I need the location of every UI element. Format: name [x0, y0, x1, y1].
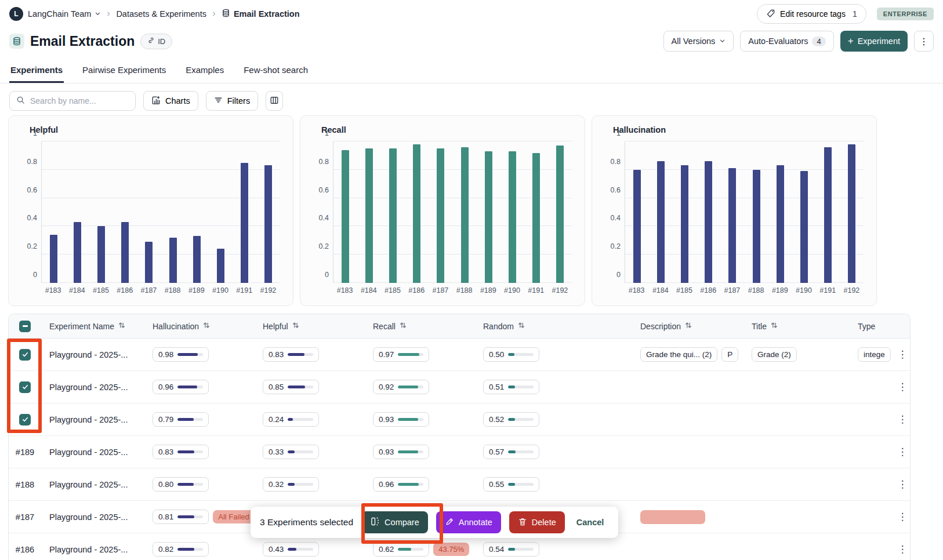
tab-few-shot-search[interactable]: Few-shot search [242, 59, 309, 83]
edit-resource-tags-button[interactable]: Edit resource tags 1 [757, 4, 866, 24]
experiment-name-cell[interactable]: Playground - 2025-... [41, 415, 153, 424]
chart-bar-185[interactable] [97, 226, 105, 283]
chart-bar-186[interactable] [413, 144, 420, 283]
metric-bar-fill [508, 450, 516, 453]
experiment-row[interactable]: #189Playground - 2025-...0.830.330.930.5… [9, 436, 910, 468]
chart-bar-189[interactable] [777, 165, 784, 283]
x-axis-tick-label: #190 [500, 286, 524, 294]
chart-bar-188[interactable] [169, 238, 177, 283]
row-menu-cell: ⋮ [894, 382, 911, 392]
experiment-row[interactable]: Playground - 2025-...0.790.240.930.52⋮ [9, 403, 910, 436]
experiment-row[interactable]: Playground - 2025-...0.980.830.970.50Gra… [9, 339, 910, 371]
chart-bar-192[interactable] [848, 144, 855, 283]
metric-chip: 0.51 [483, 380, 539, 394]
column-header-label[interactable]: Recall [373, 321, 407, 331]
column-header-label[interactable]: Hallucination [153, 321, 211, 331]
experiment-row[interactable]: Playground - 2025-...0.960.850.920.51⋮ [9, 371, 910, 403]
hallucination-cell: 0.81All Failed [153, 510, 263, 524]
chart-bar-192[interactable] [556, 146, 564, 283]
experiment-name-cell[interactable]: Playground - 2025-... [41, 480, 153, 489]
sort-icon[interactable] [292, 321, 300, 331]
breadcrumb-section[interactable]: Datasets & Experiments [116, 9, 206, 19]
column-header-label[interactable]: Description [640, 321, 692, 331]
bar-slot [816, 141, 840, 283]
chart-bar-189[interactable] [193, 236, 201, 283]
chart-bar-192[interactable] [264, 165, 272, 283]
search-input[interactable] [30, 96, 129, 106]
compare-button[interactable]: Compare [361, 511, 428, 533]
sort-icon[interactable] [118, 321, 126, 331]
row-menu-button[interactable]: ⋮ [898, 414, 908, 424]
chart-bar-189[interactable] [485, 151, 492, 283]
delete-button[interactable]: Delete [509, 511, 565, 533]
row-checkbox-checked[interactable] [19, 381, 31, 393]
sort-icon[interactable] [399, 321, 407, 331]
cancel-button[interactable]: Cancel [573, 518, 608, 527]
chart-bar-185[interactable] [681, 165, 688, 283]
chart-bar-190[interactable] [800, 171, 808, 283]
chart-bar-187[interactable] [145, 242, 153, 283]
chart-bar-191[interactable] [532, 153, 540, 283]
experiment-name-cell[interactable]: Playground - 2025-... [41, 350, 153, 359]
row-menu-button[interactable]: ⋮ [898, 447, 908, 457]
row-menu-button[interactable]: ⋮ [898, 382, 908, 392]
chart-bar-190[interactable] [509, 151, 516, 283]
chart-bar-185[interactable] [389, 148, 397, 283]
chart-bar-188[interactable] [753, 170, 760, 283]
chart-bar-184[interactable] [657, 161, 665, 283]
experiment-name-cell[interactable]: Playground - 2025-... [41, 383, 153, 392]
column-header-label[interactable]: Random [483, 321, 525, 331]
chart-bar-186[interactable] [705, 161, 712, 283]
experiment-name-cell[interactable]: Playground - 2025-... [41, 448, 153, 457]
more-options-button[interactable]: ⋮ [914, 31, 934, 52]
chart-bar-190[interactable] [217, 249, 224, 283]
chart-bar-187[interactable] [728, 168, 736, 283]
error-rate-badge: 43.75% [433, 543, 469, 556]
tab-examples[interactable]: Examples [184, 59, 225, 83]
versions-dropdown[interactable]: All Versions [663, 31, 734, 52]
sort-icon[interactable] [770, 321, 778, 331]
chart-bar-183[interactable] [342, 150, 349, 283]
tab-experiments[interactable]: Experiments [9, 59, 64, 83]
chart-bar-184[interactable] [365, 148, 373, 283]
tab-pairwise-experiments[interactable]: Pairwise Experiments [81, 59, 167, 83]
experiment-row[interactable]: #188Playground - 2025-...0.800.320.960.5… [9, 468, 910, 501]
charts-button[interactable]: Charts [143, 91, 198, 111]
filters-button[interactable]: Filters [206, 91, 258, 111]
chart-bar-186[interactable] [121, 222, 129, 283]
column-header-label[interactable]: Experiment Name [49, 321, 126, 331]
chart-bar-184[interactable] [74, 222, 81, 283]
row-menu-cell: ⋮ [894, 544, 911, 554]
row-checkbox-checked[interactable] [19, 349, 31, 361]
sort-icon[interactable] [517, 321, 525, 331]
experiment-name-cell[interactable]: Playground - 2025-... [41, 545, 153, 554]
search-box[interactable] [9, 91, 136, 111]
row-checkbox-checked[interactable] [19, 414, 31, 426]
sort-icon[interactable] [684, 321, 692, 331]
select-all-checkbox[interactable] [19, 321, 31, 332]
breadcrumb-team[interactable]: LangChain Team [28, 9, 101, 19]
experiment-name-cell[interactable]: Playground - 2025-... [41, 512, 153, 522]
org-avatar[interactable]: L [9, 7, 23, 21]
title-row: Email Extraction ID All Versions Auto-Ev… [0, 28, 943, 54]
breadcrumb-page[interactable]: Email Extraction [222, 9, 300, 19]
columns-button[interactable] [266, 91, 283, 111]
chart-bar-183[interactable] [50, 235, 57, 283]
auto-evaluators-button[interactable]: Auto-Evaluators 4 [740, 31, 833, 52]
column-header-label[interactable]: Helpful [263, 321, 300, 331]
chart-bar-191[interactable] [241, 163, 248, 283]
chart-bar-183[interactable] [633, 170, 641, 283]
chart-bar-188[interactable] [461, 147, 469, 283]
row-menu-button[interactable]: ⋮ [898, 479, 908, 489]
copy-id-button[interactable]: ID [140, 34, 172, 49]
row-menu-button[interactable]: ⋮ [898, 544, 908, 554]
selection-action-bar: 3 Experiments selected Compare Annotate … [251, 507, 618, 538]
chart-bar-187[interactable] [437, 148, 444, 283]
column-header-label[interactable]: Title [752, 321, 778, 331]
chart-bar-191[interactable] [824, 147, 832, 283]
row-menu-button[interactable]: ⋮ [898, 350, 908, 359]
new-experiment-button[interactable]: + Experiment [840, 31, 908, 52]
sort-icon[interactable] [202, 321, 211, 331]
annotate-button[interactable]: Annotate [436, 511, 501, 533]
row-menu-button[interactable]: ⋮ [898, 512, 908, 522]
